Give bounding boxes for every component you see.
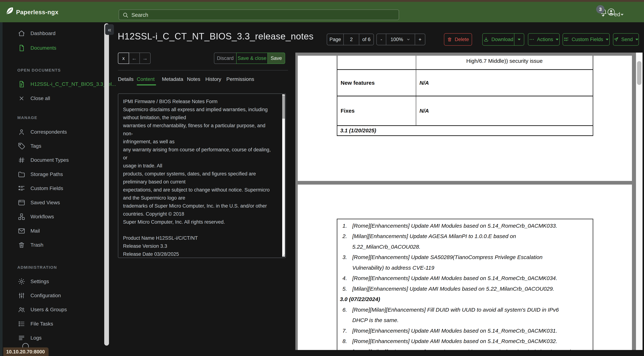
sidebar-item-open-document[interactable]: H12SSL-i_C_CT_NT_BIOS_3.3_rel... [17,77,116,91]
pdf-viewer[interactable]: High/6.7 Middle)) security issue New fea… [295,52,642,350]
file-icon [17,44,26,52]
send-button[interactable]: Send [613,33,639,46]
custom-fields-button[interactable]: Custom Fields [562,33,610,46]
close-document-button[interactable]: x [118,52,129,64]
page-total-label: of 6 [359,34,374,45]
sidebar-item-documents[interactable]: Documents [17,41,56,55]
pdf-scrollbar-thumb[interactable] [637,61,642,85]
app-title[interactable]: Paperless-ngx [16,9,58,16]
tab-details[interactable]: Details [118,76,134,82]
save-button-group: Discard Save & close Save [214,52,285,64]
sidebar-item-mail[interactable]: Mail [17,224,40,238]
tab-history[interactable]: History [205,76,221,82]
folder-icon [17,170,26,178]
caret-down-icon [606,39,608,40]
app-header: Paperless-ngx 3 ed [0,2,644,22]
list-check-icon [564,37,569,42]
tab-permissions[interactable]: Permissions [226,76,254,82]
delete-button[interactable]: Delete [444,33,472,46]
search-box[interactable] [119,10,399,20]
sidebar-item-custom-fields[interactable]: Custom Fields [17,181,63,195]
table-cell: High/6.7 Middle)) security issue [416,56,593,69]
page-number-input[interactable]: 2 [343,34,359,45]
search-input[interactable] [131,10,384,20]
version-heading: 3.0 (07/22/2024) [337,294,593,305]
download-icon [483,37,489,42]
list-check-icon [17,184,26,192]
sidebar-item-saved-views[interactable]: Saved Views [17,196,60,210]
people-icon [17,306,26,314]
sidebar-section-administration: ADMINISTRATION [17,263,57,272]
pdf-changes-list: 1.[Rome][Enhancements] Update AMI Module… [337,219,593,350]
sidebar-scrollbar[interactable] [104,23,109,346]
paperless-logo-feather-icon [5,6,14,15]
trash-icon [447,37,452,42]
zoom-level-dropdown[interactable]: 100% [386,34,414,45]
trash-icon [17,241,26,249]
list-item: 5.[Milan][Enhancements] Update AMI Modul… [337,284,593,294]
pdf-page-1: High/6.7 Middle)) security issue New fea… [298,56,632,181]
editor-divider [118,70,288,70]
next-document-button[interactable]: → [140,52,150,64]
download-button[interactable]: Download [483,34,514,45]
page-navigation-group: Page 2 of 6 [327,34,374,45]
save-button[interactable]: Save [268,52,285,64]
window-left-edge [0,22,2,356]
save-and-close-button[interactable]: Save & close [236,52,268,64]
table-row: High/6.7 Middle)) security issue [337,56,593,70]
sidebar-section-open-documents: OPEN DOCUMENTS [17,66,61,75]
sidebar-item-workflows[interactable]: Workflows [17,210,54,224]
file-text-icon [17,80,26,88]
sidebar-item-document-types[interactable]: Document Types [17,153,69,167]
discard-button[interactable]: Discard [214,52,236,64]
tab-notes[interactable]: Notes [187,76,200,82]
zoom-control-group: - 100% + [376,34,425,45]
app-window: Paperless-ngx 3 ed [0,0,644,356]
hash-icon [17,156,26,164]
boxes-icon [17,212,26,221]
pdf-page-2: 1.[Rome][Enhancements] Update AMI Module… [298,184,632,350]
notifications-badge: 3 [596,5,604,14]
sidebar-item-users-groups[interactable]: Users & Groups [17,302,67,316]
textarea-scrollbar-thumb[interactable] [282,95,285,119]
download-options-button[interactable] [514,34,524,45]
sidebar-item-storage-paths[interactable]: Storage Paths [17,167,63,181]
caret-down-icon [636,39,638,40]
sidebar-item-correspondents[interactable]: Correspondents [17,125,67,139]
pdf-scrollbar-track[interactable] [636,52,642,350]
window-icon [17,198,26,207]
sidebar-item-dashboard[interactable]: Dashboard [17,26,56,40]
list-item: 2.[Milan][Enhancements] Update AGESA Mil… [337,231,593,242]
sidebar-item-configuration[interactable]: Configuration [17,288,61,302]
sliders-icon [17,291,26,300]
content-text: IPMI Firmware / BIOS Release Notes Form … [123,98,274,258]
download-split-button: Download [482,33,524,46]
zoom-out-button[interactable]: - [377,34,386,45]
caret-down-icon [556,39,558,40]
textarea-scrollbar-track[interactable] [282,94,285,257]
user-menu-caret-down-icon[interactable] [621,14,624,16]
version-row: 3.1 (1/20/2025) [337,126,593,136]
sidebar-item-trash[interactable]: Trash [17,238,44,252]
tab-metadata[interactable]: Metadata [162,76,183,82]
sidebar-item-file-tasks[interactable]: File Tasks [17,317,53,331]
close-icon [17,94,26,102]
status-url-tooltip: 10.10.20.70:8000 [3,348,48,356]
list-item: 4.[Rome][Enhancements] Update AMI Module… [337,273,593,284]
list-item: 8.[Rome][Enhancements] Update AMI Module… [337,336,593,347]
zoom-in-button[interactable]: + [415,34,425,45]
tab-content[interactable]: Content [137,76,154,82]
username-label[interactable]: ed [614,11,620,18]
chevron-down-icon [406,37,410,42]
collapse-sidebar-button[interactable]: « [105,24,114,35]
previous-document-button[interactable]: ← [129,52,140,64]
actions-button[interactable]: Actions [528,33,560,46]
sidebar-item-settings[interactable]: Settings [17,274,49,288]
sidebar-item-tags[interactable]: Tags [17,139,41,153]
content-textarea[interactable]: IPMI Firmware / BIOS Release Notes Form … [118,94,286,258]
list-item-continuation: DHCP is the same. [337,315,593,326]
lines-icon [17,334,26,342]
list-item-continuation: 5.22_MilanCrb_0ACOU028. [337,242,593,252]
sidebar-item-close-all[interactable]: Close all [17,91,50,105]
bell-caret-down-icon[interactable] [602,15,604,16]
